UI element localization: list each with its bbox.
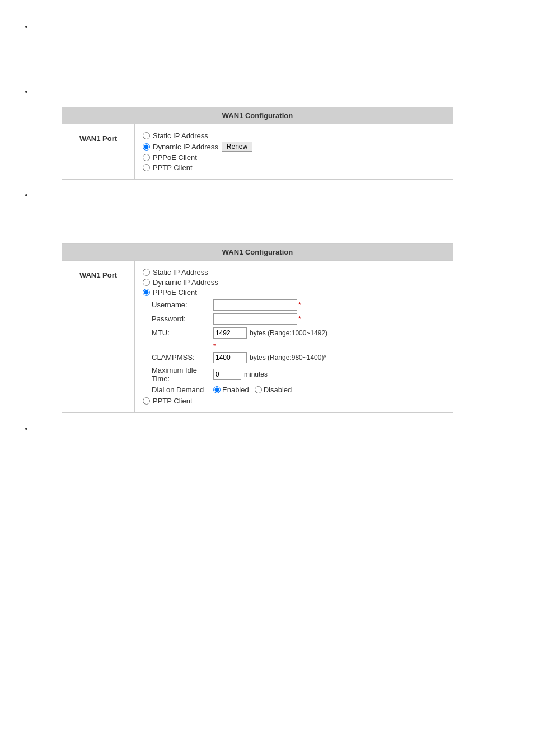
radio-enabled[interactable]: [213, 386, 221, 393]
label-dynamic1: Dynamic IP Address: [153, 143, 218, 151]
radio-dynamic2[interactable]: [143, 279, 150, 286]
renew-button[interactable]: Renew: [222, 142, 252, 152]
maxidle-hint: minutes: [244, 370, 268, 378]
table2-header: WAN1 Configuration: [62, 244, 453, 261]
mtu-hint: bytes (Range:1000~1492): [250, 329, 327, 337]
clampmss-hint: bytes (Range:980~1400)*: [250, 354, 326, 361]
label-pppoe1: PPPoE Client: [153, 153, 197, 162]
enabled-label: Enabled: [222, 386, 249, 394]
radio-row-static2[interactable]: Static IP Address: [143, 268, 445, 276]
bullet-point-1: [34, 21, 517, 32]
mtu-input[interactable]: [213, 327, 247, 339]
label-static2: Static IP Address: [153, 268, 208, 276]
bullet-point-4: [34, 423, 517, 434]
radio-dynamic1[interactable]: [143, 143, 150, 151]
mtu-row: MTU: bytes (Range:1000~1492): [152, 327, 445, 339]
table1-header: WAN1 Configuration: [62, 107, 453, 124]
clampmss-row: CLAMPMSS: bytes (Range:980~1400)*: [152, 352, 445, 363]
clampmss-label: CLAMPMSS:: [152, 353, 213, 361]
table2-label: WAN1 Port: [62, 261, 135, 412]
username-label: Username:: [152, 300, 213, 309]
table2-options: Static IP Address Dynamic IP Address PPP…: [135, 261, 453, 412]
radio-disabled[interactable]: [255, 386, 262, 393]
disabled-option[interactable]: Disabled: [255, 386, 292, 394]
enabled-option[interactable]: Enabled: [213, 386, 249, 394]
radio-row-dynamic2[interactable]: Dynamic IP Address: [143, 278, 445, 287]
table2-body: WAN1 Port Static IP Address Dynamic IP A…: [62, 261, 453, 412]
username-required: *: [298, 301, 301, 309]
password-input[interactable]: [213, 313, 297, 325]
bullet-section-2: [28, 86, 517, 97]
radio-row-pptp2[interactable]: PPTP Client: [143, 397, 445, 405]
table1-options: Static IP Address Dynamic IP Address Ren…: [135, 124, 453, 179]
label-pppoe2: PPPoE Client: [153, 288, 197, 297]
password-required: *: [298, 315, 301, 323]
label-pptp1: PPTP Client: [153, 163, 193, 172]
bullet-point-3: [34, 190, 517, 201]
password-row: Password: *: [152, 313, 445, 325]
table1-label: WAN1 Port: [62, 124, 135, 179]
radio-row-pppoe1[interactable]: PPPoE Client: [143, 153, 445, 162]
radio-row-pptp1[interactable]: PPTP Client: [143, 163, 445, 172]
radio-pppoe2[interactable]: [143, 289, 150, 296]
radio-pppoe1[interactable]: [143, 154, 150, 161]
label-pptp2: PPTP Client: [153, 397, 193, 405]
wan1-config-table-2: WAN1 Configuration WAN1 Port Static IP A…: [62, 243, 453, 413]
wan1-config-table-1: WAN1 Configuration WAN1 Port Static IP A…: [62, 107, 453, 180]
bullet-point-2: [34, 86, 517, 97]
dialdemand-row: Dial on Demand Enabled Disabled: [152, 386, 445, 394]
bullet-section-1: [28, 21, 517, 32]
clampmss-input[interactable]: [213, 352, 247, 363]
mtu-required-mark: *: [213, 342, 445, 349]
bullet-section-4: [28, 423, 517, 434]
label-static1: Static IP Address: [153, 132, 208, 140]
radio-row-static1[interactable]: Static IP Address: [143, 132, 445, 140]
radio-pptp2[interactable]: [143, 397, 150, 405]
disabled-label: Disabled: [264, 386, 292, 394]
bullet-section-3: [28, 190, 517, 201]
maxidle-row: Maximum Idle Time: minutes: [152, 366, 445, 383]
username-input[interactable]: [213, 299, 297, 311]
username-row: Username: *: [152, 299, 445, 311]
password-label: Password:: [152, 314, 213, 323]
radio-row-dynamic1[interactable]: Dynamic IP Address Renew: [143, 142, 445, 152]
mtu-label: MTU:: [152, 328, 213, 337]
maxidle-label: Maximum Idle Time:: [152, 366, 213, 383]
maxidle-input[interactable]: [213, 369, 241, 380]
radio-static2[interactable]: [143, 269, 150, 276]
radio-pptp1[interactable]: [143, 164, 150, 171]
radio-static1[interactable]: [143, 132, 150, 139]
table1-body: WAN1 Port Static IP Address Dynamic IP A…: [62, 124, 453, 179]
label-dynamic2: Dynamic IP Address: [153, 278, 218, 287]
dialdemand-label: Dial on Demand: [152, 386, 213, 394]
pppoe-fields: Username: * Password: * MTU: bytes (Rang…: [152, 299, 445, 394]
radio-row-pppoe2[interactable]: PPPoE Client: [143, 288, 445, 297]
